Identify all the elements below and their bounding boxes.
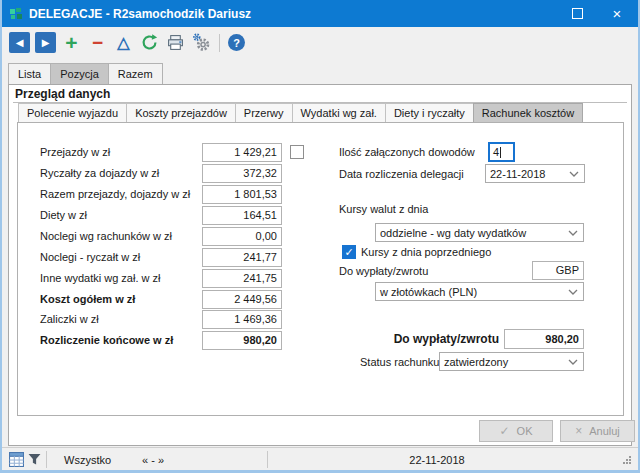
row-inne-wydatki: Inne wydatki wg zał. w zł 241,75 xyxy=(40,269,282,288)
help-button[interactable]: ? xyxy=(226,32,247,53)
currency-rates-label: Kursy walut z dnia xyxy=(339,200,428,219)
tab-wydatki-wg-zal[interactable]: Wydatki wg zał. xyxy=(292,103,386,122)
settlement-date-select[interactable]: 22-11-2018 xyxy=(485,164,585,183)
status-bar: Wszystko « - » 22-11-2018 xyxy=(2,447,638,471)
tab-diety-i-ryczalty[interactable]: Diety i ryczałty xyxy=(385,103,474,122)
edit-button[interactable]: △ xyxy=(113,32,134,53)
field-label: Inne wydatki wg zał. w zł xyxy=(40,272,160,284)
cancel-button[interactable]: × Anuluj xyxy=(560,420,635,442)
row-rozliczenie-koncowe: Rozliczenie końcowe w zł 980,20 xyxy=(40,331,282,350)
text-caret xyxy=(500,147,501,158)
attached-docs-input[interactable]: 4 xyxy=(488,142,515,162)
plus-icon: + xyxy=(65,34,77,52)
ok-button-label: OK xyxy=(517,425,533,437)
field-label: Noclegi - ryczałt w zł xyxy=(40,251,140,263)
field-label: Noclegi wg rachunków w zł xyxy=(40,230,172,242)
check-icon: ✓ xyxy=(500,424,510,438)
grip-icon xyxy=(622,455,632,465)
attached-docs-label: Ilość załączonych dowodów xyxy=(339,143,475,162)
statusbar-separator xyxy=(267,451,268,468)
chevron-down-icon xyxy=(569,171,579,177)
table-grid-icon xyxy=(9,452,24,467)
attached-docs-value: 4 xyxy=(493,146,499,158)
row-noclegi-ryczalt: Noclegi - ryczałt w zł 241,77 xyxy=(40,248,282,267)
filter-scope-label[interactable]: Wszystko xyxy=(64,448,111,471)
field-label: Przejazdy w zł xyxy=(40,146,110,158)
x-icon: × xyxy=(575,424,582,438)
row-ryczalty-dojazdy: Ryczałty za dojazdy w zł 372,32 xyxy=(40,164,282,183)
amount-field[interactable]: 2 449,56 xyxy=(202,290,282,309)
range-label[interactable]: « - » xyxy=(142,448,164,471)
minus-icon: − xyxy=(92,35,103,51)
maximize-button[interactable] xyxy=(560,0,594,27)
amount-field[interactable]: 1 469,36 xyxy=(202,310,282,329)
row-przejazdy: Przejazdy w zł 1 429,21 xyxy=(40,143,282,162)
payout-currency-field[interactable]: GBP xyxy=(532,261,584,280)
prev-day-rates-label: Kursy z dnia poprzedniego xyxy=(361,243,491,262)
gear-icon xyxy=(192,33,211,52)
ok-button[interactable]: ✓ OK xyxy=(479,420,553,442)
tab-lista[interactable]: Lista xyxy=(8,63,51,84)
refresh-button[interactable] xyxy=(139,32,160,53)
previous-record-button[interactable]: ◀ xyxy=(9,32,30,53)
close-button[interactable]: × xyxy=(600,0,634,27)
statusbar-separator xyxy=(46,451,47,468)
resize-grip[interactable] xyxy=(622,448,632,471)
payout-mode-value: w złotówkach (PLN) xyxy=(380,286,477,298)
amount-field[interactable]: 241,75 xyxy=(202,269,282,288)
chevron-down-icon xyxy=(568,230,578,236)
triangle-icon: △ xyxy=(117,33,129,52)
row-zaliczki: Zaliczki w zł 1 469,36 xyxy=(40,310,282,329)
panel-title: Przegląd danych xyxy=(15,87,110,101)
tab-rachunek-kosztow[interactable]: Rachunek kosztów xyxy=(473,103,583,122)
grid-view-button[interactable] xyxy=(9,448,24,471)
amount-field[interactable]: 0,00 xyxy=(202,227,282,246)
payout-total-field[interactable]: 980,20 xyxy=(504,329,584,349)
print-button[interactable] xyxy=(165,32,186,53)
refresh-icon xyxy=(141,34,158,51)
title-bar: DELEGACJE - R2samochodzik Dariusz × xyxy=(2,0,638,27)
printer-icon xyxy=(167,34,184,51)
tab-przerwy[interactable]: Przerwy xyxy=(235,103,293,122)
amount-field[interactable]: 1 429,21 xyxy=(202,143,282,162)
funnel-icon xyxy=(28,453,41,466)
account-status-select[interactable]: zatwierdzony xyxy=(439,352,584,371)
tab-razem[interactable]: Razem xyxy=(108,63,163,84)
prev-day-rates-checkbox[interactable]: ✓ xyxy=(342,245,356,259)
amount-field[interactable]: 1 801,53 xyxy=(202,185,282,204)
tab-polecenie-wyjazdu[interactable]: Polecenie wyjazdu xyxy=(18,103,127,122)
account-status-value: zatwierdzony xyxy=(444,356,508,368)
arrow-right-icon: ▶ xyxy=(42,32,50,53)
row-razem-przejazdy: Razem przejazdy, dojazdy w zł 1 801,53 xyxy=(40,185,282,204)
row-noclegi-rachunki: Noclegi wg rachunków w zł 0,00 xyxy=(40,227,282,246)
app-icon xyxy=(9,7,23,21)
tab-pozycja[interactable]: Pozycja xyxy=(50,63,109,84)
row-diety: Diety w zł 164,51 xyxy=(40,206,282,225)
currency-rates-value: oddzielne - wg daty wydatków xyxy=(380,227,526,239)
window-title: DELEGACJE - R2samochodzik Dariusz xyxy=(29,7,251,21)
section-tab-bar: Polecenie wyjazdu Koszty przejazdów Prze… xyxy=(18,104,582,122)
cancel-button-label: Anuluj xyxy=(589,425,620,437)
amount-field[interactable]: 164,51 xyxy=(202,206,282,225)
payout-total-label: Do wypłaty/zwrotu xyxy=(339,330,499,349)
add-button[interactable]: + xyxy=(61,32,82,53)
amount-field[interactable]: 372,32 xyxy=(202,164,282,183)
toolbar: ◀ ▶ + − △ xyxy=(2,27,638,58)
delete-button[interactable]: − xyxy=(87,32,108,53)
amount-field[interactable]: 980,20 xyxy=(202,331,282,350)
currency-rates-select[interactable]: oddzielne - wg daty wydatków xyxy=(375,223,584,242)
amount-field[interactable]: 241,77 xyxy=(202,248,282,267)
settings-button[interactable] xyxy=(191,32,212,53)
payout-mode-select[interactable]: w złotówkach (PLN) xyxy=(375,282,584,301)
tab-koszty-przejazdow[interactable]: Koszty przejazdów xyxy=(126,103,236,122)
row-koszt-ogolem: Koszt ogółem w zł 2 449,56 xyxy=(40,290,282,309)
filter-button[interactable] xyxy=(28,448,41,471)
field-label: Zaliczki w zł xyxy=(40,313,99,325)
field-label: Ryczałty za dojazdy w zł xyxy=(40,167,159,179)
chevron-down-icon xyxy=(568,359,578,365)
check-icon: ✓ xyxy=(344,246,353,258)
chevron-down-icon xyxy=(568,289,578,295)
przejazdy-checkbox[interactable] xyxy=(290,145,304,159)
next-record-button[interactable]: ▶ xyxy=(35,32,56,53)
help-icon: ? xyxy=(228,34,245,51)
